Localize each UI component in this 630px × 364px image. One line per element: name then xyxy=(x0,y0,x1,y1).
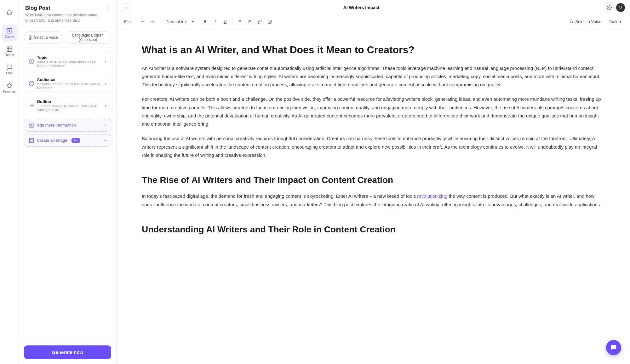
audience-accordion: Audience Content creators, Small busines… xyxy=(24,74,111,93)
favorite-button[interactable]: ☆ xyxy=(106,5,110,11)
article-h3: Understanding AI Writers and Their Role … xyxy=(142,224,605,235)
panel-title: Blog Post xyxy=(25,5,106,11)
audience-icon xyxy=(29,81,34,86)
toolbar-sep-4 xyxy=(232,19,232,25)
bold-button[interactable]: B xyxy=(201,17,209,26)
outline-accordion-header[interactable]: Outline 1. Introduction to AI Writers: D… xyxy=(24,96,111,115)
generate-now-button[interactable]: Generate now xyxy=(24,345,111,359)
microphone-icon xyxy=(28,35,32,40)
text-style-select[interactable]: Normal text xyxy=(163,18,195,26)
toolbar-voice-label: Select a Voice xyxy=(575,19,601,24)
article-p3: Balancing the use of AI writers with per… xyxy=(142,134,605,159)
add-info-icon xyxy=(29,122,34,128)
undo-button[interactable]: ↩ xyxy=(139,17,147,26)
article-h2: The Rise of AI Writers and Their Impact … xyxy=(142,174,605,186)
article-h1: What is an AI Writer, and What Does it M… xyxy=(142,43,605,57)
article-p1: An AI writer is a software system design… xyxy=(142,64,605,89)
create-image-plus-icon: + xyxy=(104,138,106,143)
link-button[interactable] xyxy=(255,17,264,26)
article-p4: In today's fast-paced digital age, the d… xyxy=(142,192,605,209)
top-bar: ‹ AI Writers Impact U xyxy=(117,0,630,15)
create-image-button[interactable]: Create an image Pro + xyxy=(24,134,111,147)
nav-sidebar: Create Remix Chat Favorites xyxy=(0,0,19,364)
svg-point-24 xyxy=(269,21,269,21)
chat-fab-icon xyxy=(610,344,617,351)
panel-header: Blog Post Write long-form content that p… xyxy=(19,0,116,27)
image-insert-button[interactable] xyxy=(265,17,274,26)
nav-item-remix[interactable]: Remix xyxy=(2,43,17,60)
nav-item-home[interactable] xyxy=(2,4,17,21)
audience-chevron-icon: ▾ xyxy=(105,81,106,86)
image-icon xyxy=(29,138,34,143)
nav-remix-label: Remix xyxy=(5,53,14,57)
redo-button[interactable]: ↪ xyxy=(149,17,158,26)
voice-btn-label: Select a Voice xyxy=(34,35,58,40)
nav-chat-label: Chat xyxy=(6,71,13,75)
nav-item-create[interactable]: Create xyxy=(2,25,17,42)
voice-icon xyxy=(569,20,574,24)
settings-icon[interactable] xyxy=(605,3,614,12)
action-section: Add more information + Create an image P… xyxy=(24,119,111,147)
svg-marker-1 xyxy=(7,83,12,88)
topic-accordion: Topic What is an AI Writer, and What Doe… xyxy=(24,52,111,71)
svg-point-13 xyxy=(609,7,610,8)
create-image-label: Create an image xyxy=(37,138,67,143)
left-panel: Blog Post Write long-form content that p… xyxy=(19,0,117,364)
revolutionizing-link[interactable]: revolutionizing xyxy=(417,193,447,199)
toolbar-sep-1 xyxy=(136,19,136,25)
nav-item-chat[interactable]: Chat xyxy=(2,61,17,78)
editor-content: What is an AI Writer, and What Does it M… xyxy=(117,28,630,364)
tools-chevron-icon: ▾ xyxy=(620,19,622,24)
topic-icon xyxy=(29,59,34,64)
outline-accordion: Outline 1. Introduction to AI Writers: D… xyxy=(24,96,111,115)
svg-point-12 xyxy=(30,139,31,140)
article-p2: For creators, AI writers can be both a b… xyxy=(142,95,605,128)
numbered-list-button[interactable] xyxy=(245,17,254,26)
italic-button[interactable]: I xyxy=(211,17,220,26)
bullet-list-button[interactable] xyxy=(235,17,244,26)
file-label: File xyxy=(124,19,131,24)
panel-subtitle: Write long-form content that provides va… xyxy=(25,13,106,23)
language-button[interactable]: Language: English (American) xyxy=(65,31,111,44)
select-voice-button[interactable]: Select a Voice xyxy=(24,31,62,44)
audience-accordion-header[interactable]: Audience Content creators, Small busines… xyxy=(24,74,111,93)
toolbar-sep-3 xyxy=(198,19,198,25)
topic-value: What is an AI Writer, and What Does it M… xyxy=(37,60,105,68)
nav-favorites-label: Favorites xyxy=(3,90,16,93)
document-title: AI Writers Impact xyxy=(122,5,601,10)
topic-label: Topic xyxy=(37,55,105,60)
underline-button[interactable]: U xyxy=(221,17,230,26)
panel-controls: Select a Voice Language: English (Americ… xyxy=(19,27,116,48)
panel-footer: Generate now xyxy=(19,340,116,364)
toolbar-select-voice-button[interactable]: Select a Voice xyxy=(566,18,604,26)
panel-content: Topic What is an AI Writer, and What Doe… xyxy=(19,48,116,340)
toolbar-sep-2 xyxy=(160,19,160,25)
editor-toolbar: File ↩ ↪ Normal text B I U xyxy=(117,15,630,28)
audience-value: Content creators, Small business owners,… xyxy=(37,82,105,90)
add-info-plus-icon: + xyxy=(104,122,106,128)
file-menu-button[interactable]: File xyxy=(122,17,133,26)
add-info-label: Add more information xyxy=(37,123,76,128)
outline-chevron-icon: ▾ xyxy=(105,103,106,108)
language-btn-label: Language: English (American) xyxy=(69,33,107,42)
tools-label: Tools xyxy=(609,19,618,24)
tools-button[interactable]: Tools ▾ xyxy=(606,18,625,26)
main-area: ‹ AI Writers Impact U File ↩ ↪ Normal te… xyxy=(117,0,630,364)
audience-label: Audience xyxy=(37,77,105,82)
outline-label: Outline xyxy=(37,99,105,104)
chat-fab-button[interactable] xyxy=(606,340,621,355)
nav-create-label: Create xyxy=(4,35,14,38)
topic-accordion-header[interactable]: Topic What is an AI Writer, and What Doe… xyxy=(24,52,111,71)
pro-badge: Pro xyxy=(72,138,80,143)
add-more-info-button[interactable]: Add more information + xyxy=(24,119,111,132)
user-icon[interactable]: U xyxy=(616,3,625,12)
outline-value: 1. Introduction to AI Writers: Defining … xyxy=(37,104,105,112)
outline-icon xyxy=(29,103,34,108)
topic-chevron-icon: ▾ xyxy=(105,59,106,64)
nav-item-favorites[interactable]: Favorites xyxy=(2,79,17,96)
